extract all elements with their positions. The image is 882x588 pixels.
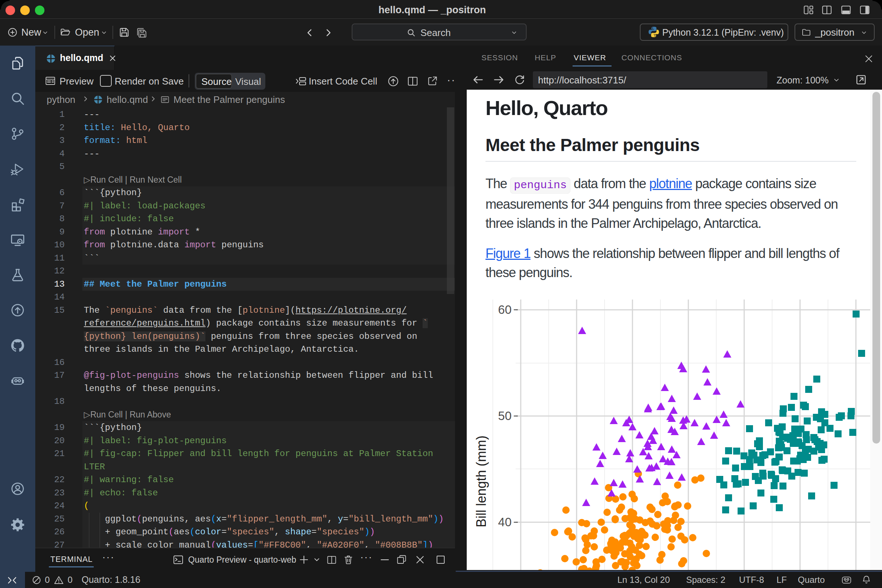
- svg-text:50: 50: [498, 409, 512, 423]
- svg-text:60: 60: [498, 303, 512, 316]
- svg-text:40: 40: [498, 515, 512, 529]
- svg-text:Bill length (mm): Bill length (mm): [474, 435, 489, 527]
